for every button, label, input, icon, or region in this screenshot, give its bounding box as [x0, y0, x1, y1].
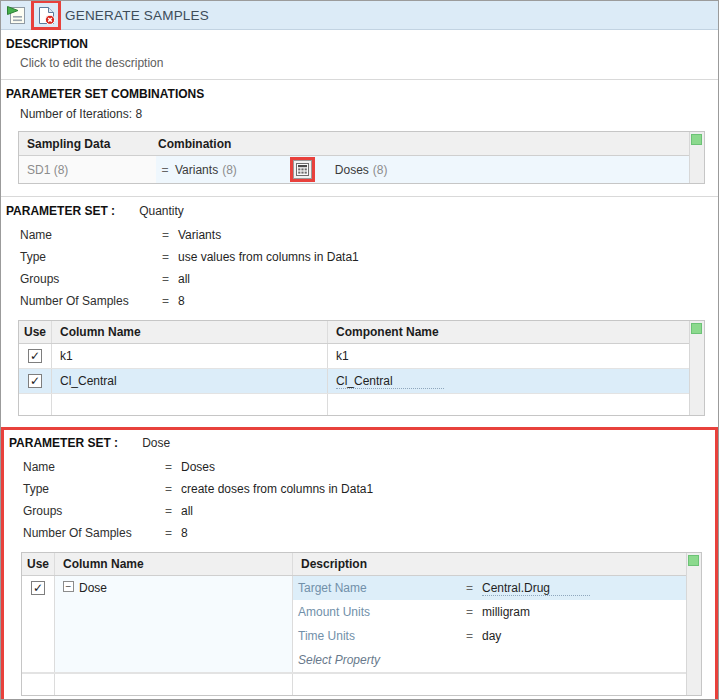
- col-header-column-name[interactable]: Column Name: [55, 553, 293, 575]
- dose-table: Use Column Name Description ✓ − Dose: [21, 552, 702, 696]
- table-row-selected[interactable]: ✓ Cl_Central Cl_Central: [19, 369, 689, 394]
- table-row[interactable]: ✓ k1 k1: [19, 344, 689, 369]
- combination-row[interactable]: SD1 (8) = Variants (8): [19, 156, 689, 183]
- col-header-description[interactable]: Description: [293, 553, 686, 575]
- column-name-cell[interactable]: Cl_Central: [52, 369, 328, 393]
- combinations-heading: PARAMETER SET COMBINATIONS: [6, 87, 718, 101]
- field-row-samples[interactable]: Number Of Samples = 8: [20, 290, 718, 312]
- col-header-component-name[interactable]: Component Name: [328, 321, 689, 343]
- field-row-name[interactable]: Name = Variants: [20, 224, 718, 246]
- dose-column-name[interactable]: Dose: [79, 581, 107, 595]
- quantity-table: Use Column Name Component Name ✓ k1 k1 ✓…: [18, 320, 705, 416]
- col-header-combination[interactable]: Combination: [156, 132, 689, 155]
- use-checkbox[interactable]: ✓: [28, 349, 42, 363]
- annotation-highlight-remove-icon: [31, 0, 61, 30]
- status-ok-indicator: [688, 555, 699, 566]
- field-row-name[interactable]: Name = Doses: [23, 456, 715, 478]
- use-checkbox[interactable]: ✓: [28, 374, 42, 388]
- parameter-set-label: PARAMETER SET :: [9, 436, 118, 450]
- parameter-set-label: PARAMETER SET :: [6, 204, 115, 218]
- col-header-sampling-data[interactable]: Sampling Data: [19, 132, 156, 155]
- operand-variants[interactable]: Variants: [175, 163, 218, 177]
- dose-description-cell: Target Name = Central.Drug Amount Units …: [293, 576, 686, 672]
- component-name-editable[interactable]: Cl_Central: [336, 374, 444, 389]
- iterations-count: Number of Iterations: 8: [20, 107, 718, 121]
- operand-doses[interactable]: Doses: [335, 163, 369, 177]
- description-heading: DESCRIPTION: [6, 37, 718, 51]
- field-row-type[interactable]: Type = create doses from columns in Data…: [23, 478, 715, 500]
- dose-set-section: PARAMETER SET : Dose Name = Doses Type =…: [6, 434, 715, 700]
- generate-samples-panel: GENERATE SAMPLES DESCRIPTION Click to ed…: [0, 0, 719, 700]
- operand-variants-count: (8): [222, 163, 237, 177]
- collapse-toggle-icon[interactable]: −: [63, 581, 74, 592]
- field-row-groups[interactable]: Groups = all: [23, 500, 715, 522]
- parameter-set-name[interactable]: Quantity: [139, 204, 184, 218]
- quantity-set-section: PARAMETER SET : Quantity Name = Variants…: [1, 197, 718, 422]
- panel-title: GENERATE SAMPLES: [65, 8, 209, 23]
- description-placeholder[interactable]: Click to edit the description: [20, 56, 718, 70]
- column-name-cell[interactable]: k1: [52, 344, 328, 368]
- annotation-highlight-dose-section: PARAMETER SET : Dose Name = Doses Type =…: [1, 427, 718, 700]
- empty-row[interactable]: [22, 673, 686, 695]
- field-row-samples[interactable]: Number Of Samples = 8: [23, 522, 715, 544]
- property-row-amount-units[interactable]: Amount Units = milligram: [293, 600, 686, 624]
- operand-doses-count: (8): [373, 163, 388, 177]
- annotation-highlight-combination-icon: [290, 157, 315, 182]
- remove-data-icon[interactable]: [34, 3, 58, 27]
- use-checkbox[interactable]: ✓: [31, 581, 45, 595]
- table-gutter: [689, 132, 704, 183]
- status-ok-indicator: [691, 134, 702, 145]
- table-gutter: [689, 321, 704, 415]
- table-gutter: [686, 553, 701, 695]
- empty-row[interactable]: [19, 394, 689, 415]
- status-ok-indicator: [691, 323, 702, 334]
- cartesian-combination-icon[interactable]: [293, 160, 312, 179]
- dose-row[interactable]: ✓ − Dose Target Name = Central.Drug: [22, 576, 686, 673]
- combinations-table: Sampling Data Combination SD1 (8) = Vari…: [18, 131, 705, 184]
- sampling-data-cell[interactable]: SD1 (8): [19, 156, 156, 183]
- field-row-type[interactable]: Type = use values from columns in Data1: [20, 246, 718, 268]
- property-row-select-property[interactable]: Select Property: [293, 648, 686, 672]
- col-header-use[interactable]: Use: [22, 553, 55, 575]
- component-name-cell[interactable]: k1: [328, 344, 689, 368]
- description-section: DESCRIPTION Click to edit the descriptio…: [1, 30, 718, 80]
- report-icon[interactable]: [4, 3, 28, 27]
- titlebar: GENERATE SAMPLES: [1, 1, 718, 30]
- equals-sign: =: [158, 163, 172, 177]
- col-header-column-name[interactable]: Column Name: [52, 321, 328, 343]
- property-row-target-name[interactable]: Target Name = Central.Drug: [293, 576, 686, 600]
- col-header-use[interactable]: Use: [19, 321, 52, 343]
- property-row-time-units[interactable]: Time Units = day: [293, 624, 686, 648]
- target-name-editable[interactable]: Central.Drug: [482, 581, 590, 596]
- parameter-set-name[interactable]: Dose: [142, 436, 170, 450]
- combinations-section: PARAMETER SET COMBINATIONS Number of Ite…: [1, 80, 718, 197]
- field-row-groups[interactable]: Groups = all: [20, 268, 718, 290]
